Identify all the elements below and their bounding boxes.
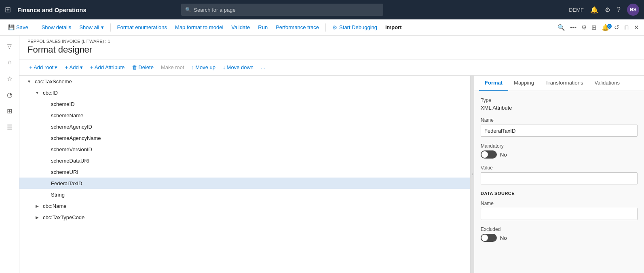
save-icon: 💾 [8, 24, 15, 30]
add-attribute-plus-icon: + [90, 64, 93, 71]
format-enumerations-button[interactable]: Format enumerations [114, 23, 171, 32]
validate-button[interactable]: Validate [228, 23, 253, 32]
sidebar-item-list[interactable]: ☰ [2, 120, 17, 134]
tree-panel[interactable]: ▼cac:TaxScheme▼cbc:IDschemeIDschemeNames… [19, 76, 471, 273]
top-nav: ⊞ Finance and Operations 🔍 Search for a … [0, 0, 644, 19]
tree-node-label: cbc:ID [40, 89, 470, 97]
bell-icon[interactable]: 🔔 [590, 6, 598, 14]
delete-icon: 🗑 [132, 64, 137, 70]
datasource-name-field-group: Name [481, 201, 638, 220]
tree-node[interactable]: ▶cbc:Name [19, 200, 470, 212]
settings-toolbar-icon[interactable]: ⚙ [581, 24, 587, 31]
tab-validations[interactable]: Validations [589, 76, 625, 91]
tree-node[interactable]: schemeVersionID [19, 144, 470, 155]
sidebar-item-favorites[interactable]: ☆ [2, 71, 17, 86]
excluded-toggle-row: No [481, 234, 638, 242]
tree-node[interactable]: ▶cbc:TaxTypeCode [19, 212, 470, 223]
tree-node-label: String [49, 191, 470, 199]
content-area: PEPPOL SALES INVOICE (LITWARE) : 1 Forma… [19, 36, 644, 273]
excluded-toggle-label: No [500, 235, 507, 241]
page-header: PEPPOL SALES INVOICE (LITWARE) : 1 Forma… [19, 36, 644, 59]
drag-handle[interactable]: ⋮ [471, 76, 474, 273]
map-format-button[interactable]: Map format to model [172, 23, 226, 32]
tree-node-label: schemeAgencyID [49, 123, 470, 131]
sidebar-icon-filter[interactable]: ▽ [2, 39, 17, 53]
popout-toolbar-icon[interactable]: ⊓ [624, 24, 629, 31]
mandatory-field-group: Mandatory No [481, 143, 638, 159]
tree-node[interactable]: String [19, 189, 470, 200]
search-toolbar-icon[interactable]: 🔍 [557, 24, 565, 31]
tree-node[interactable]: schemeAgencyName [19, 132, 470, 144]
move-down-icon: ↓ [223, 64, 226, 70]
mandatory-toggle-label: No [500, 152, 507, 158]
datasource-name-label: Name [481, 201, 638, 206]
expand-toolbar-icon[interactable]: ⊞ [591, 24, 597, 31]
panel-tabs: Format Mapping Transformations Validatio… [474, 76, 644, 91]
sidebar-item-home[interactable]: ⌂ [2, 55, 17, 70]
make-root-button: Make root [158, 63, 188, 72]
add-root-chevron-icon: ▾ [55, 64, 57, 70]
tree-node-label: cbc:TaxTypeCode [40, 214, 470, 221]
mandatory-label: Mandatory [481, 143, 638, 149]
app-grid-icon[interactable]: ⊞ [5, 5, 11, 14]
tree-node[interactable]: schemeDataURI [19, 155, 470, 166]
performance-trace-button[interactable]: Performance trace [272, 23, 322, 32]
import-button[interactable]: Import [382, 23, 405, 32]
tree-node-label: cbc:Name [40, 202, 470, 210]
tree-node[interactable]: FederalTaxID [19, 178, 470, 189]
add-plus-icon: + [65, 64, 68, 71]
breadcrumb: PEPPOL SALES INVOICE (LITWARE) : 1 [27, 39, 636, 44]
tab-format[interactable]: Format [479, 76, 508, 91]
mandatory-toggle[interactable] [481, 150, 497, 159]
show-all-button[interactable]: Show all ▾ [76, 23, 107, 32]
tree-node[interactable]: ▼cbc:ID [19, 87, 470, 98]
value-label: Value [481, 165, 638, 171]
tree-node[interactable]: schemeID [19, 98, 470, 110]
tree-node[interactable]: schemeName [19, 110, 470, 121]
sidebar-item-workspaces[interactable]: ⊞ [2, 104, 17, 118]
excluded-label: Excluded [481, 226, 638, 232]
sidebar-item-recent[interactable]: ◔ [2, 87, 17, 102]
tab-transformations[interactable]: Transformations [540, 76, 589, 91]
help-icon[interactable]: ? [617, 6, 621, 13]
name-label: Name [481, 117, 638, 123]
tree-node[interactable]: schemeURI [19, 166, 470, 178]
more-toolbar-icon[interactable]: ••• [570, 24, 576, 31]
tree-toggle[interactable]: ▼ [34, 91, 40, 95]
name-input[interactable] [481, 125, 638, 137]
tree-node-label: schemeAgencyName [49, 134, 470, 142]
search-bar[interactable]: 🔍 Search for a page [181, 4, 383, 16]
debug-icon: ⚙ [332, 24, 338, 31]
add-root-plus-icon: + [29, 64, 32, 71]
tree-toggle[interactable]: ▶ [34, 204, 40, 208]
search-icon: 🔍 [185, 7, 191, 13]
mandatory-toggle-knob [481, 151, 488, 158]
show-details-button[interactable]: Show details [38, 23, 75, 32]
more-options-button[interactable]: ... [258, 63, 268, 72]
mandatory-toggle-row: No [481, 150, 638, 159]
user-avatar[interactable]: NS [627, 4, 639, 16]
tree-toggle[interactable]: ▼ [26, 79, 32, 84]
close-toolbar-icon[interactable]: ✕ [634, 24, 639, 31]
delete-button[interactable]: 🗑 Delete [129, 63, 157, 72]
move-up-button[interactable]: ↑ Move up [188, 63, 219, 72]
start-debugging-button[interactable]: ⚙ Start Debugging [329, 23, 380, 32]
add-button[interactable]: + Add ▾ [61, 63, 86, 72]
add-chevron-icon: ▾ [80, 64, 83, 70]
gear-icon[interactable]: ⚙ [605, 6, 610, 14]
excluded-toggle[interactable] [481, 234, 497, 242]
add-root-button[interactable]: + Add root ▾ [26, 63, 61, 72]
tree-node[interactable]: ▼cac:TaxScheme [19, 76, 470, 87]
notification-badge-icon[interactable]: 🔔0 [602, 24, 609, 31]
save-button[interactable]: 💾 Save [5, 23, 32, 32]
tree-node[interactable]: schemeAgencyID [19, 121, 470, 132]
refresh-toolbar-icon[interactable]: ↺ [614, 24, 619, 31]
tab-mapping[interactable]: Mapping [508, 76, 540, 91]
value-input[interactable] [481, 172, 638, 184]
datasource-name-input[interactable] [481, 208, 638, 220]
type-field-group: Type XML Attribute [481, 97, 638, 111]
move-down-button[interactable]: ↓ Move down [220, 63, 257, 72]
add-attribute-button[interactable]: + Add Attribute [87, 63, 128, 72]
run-button[interactable]: Run [255, 23, 271, 32]
tree-toggle[interactable]: ▶ [34, 215, 40, 220]
